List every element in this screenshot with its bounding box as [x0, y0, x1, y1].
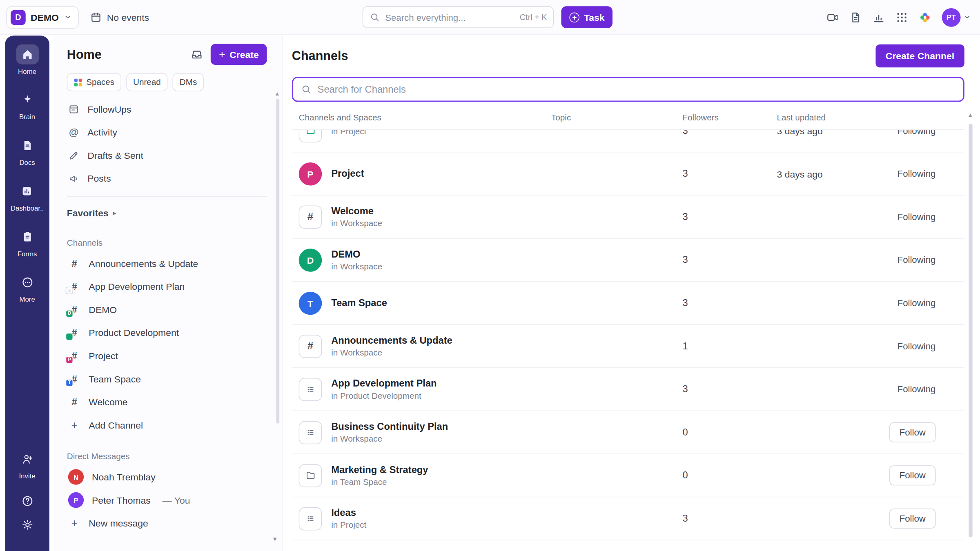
sidebar-channel-team-space[interactable]: #T Team Space [67, 367, 267, 391]
forms-icon [16, 227, 38, 247]
table-row[interactable]: Ideas in Project 3 Follow [292, 497, 964, 540]
channel-avatar: D [299, 248, 322, 271]
rail-item-invite[interactable]: Invite [16, 449, 38, 480]
sidebar-item-followups[interactable]: FollowUps [67, 98, 267, 121]
rail-label: Brain [19, 113, 35, 120]
sidebar-channels: # Announcements & Update #≡ App Developm… [67, 252, 267, 437]
favorites-toggle[interactable]: Favorites ▸ [67, 202, 116, 223]
channel-search[interactable] [292, 77, 964, 102]
rail-label: Home [18, 67, 36, 75]
channel-location: in Product Development [331, 391, 437, 400]
global-search[interactable]: Ctrl + K [363, 6, 554, 28]
sidebar-item-posts[interactable]: Posts [67, 167, 267, 190]
reports-button[interactable] [873, 11, 885, 24]
new-message-button[interactable]: + New message [67, 512, 267, 535]
create-button[interactable]: + Create [211, 44, 267, 65]
main-scrollbar[interactable] [969, 124, 972, 537]
follow-button[interactable]: Follow [889, 465, 935, 485]
sidebar-shortcuts: FollowUps @ Activity Drafts & Sent Posts [67, 98, 267, 190]
rail-item-forms[interactable]: Forms [16, 227, 38, 258]
table-row[interactable]: T Team Space 3 Following [292, 282, 964, 325]
video-call-button[interactable] [826, 11, 839, 24]
sidebar-channel-app-development-plan[interactable]: #≡ App Development Plan [67, 275, 267, 298]
sidebar-channel-project[interactable]: #P Project [67, 344, 267, 367]
following-button[interactable]: Following [898, 130, 936, 136]
chip-unread[interactable]: Unread [126, 73, 167, 91]
main-scroll-up-icon[interactable]: ▲ [967, 112, 973, 118]
add-channel-button[interactable]: + Add Channel [67, 413, 267, 437]
hash-icon: # [299, 335, 322, 358]
sidebar-channel-announcements-update[interactable]: # Announcements & Update [67, 252, 267, 275]
chip-spaces[interactable]: Spaces [67, 73, 121, 91]
help-icon [21, 495, 33, 507]
at-sign-icon: @ [68, 127, 80, 138]
column-header-followers: Followers [682, 113, 777, 122]
plus-circle-icon: + [570, 12, 579, 22]
table-row[interactable]: P Project 3 3 days ago Following [292, 152, 964, 196]
user-avatar: PT [942, 8, 961, 27]
table-row[interactable]: # Announcements & Update in Workspace 1 … [292, 325, 964, 368]
sidebar-scroll-up-icon[interactable]: ▲ [274, 91, 280, 97]
table-row[interactable]: App Development Plan in Product Developm… [292, 368, 964, 411]
following-button[interactable]: Following [898, 298, 936, 308]
pinwheel-icon [919, 11, 931, 24]
events-button[interactable]: No events [90, 11, 149, 23]
rail-item-more[interactable]: More [16, 272, 38, 303]
inbox-button[interactable] [191, 48, 203, 61]
dm-peter-thomas[interactable]: P Peter Thomas — You [67, 489, 267, 512]
dm-noah-tremblay[interactable]: N Noah Tremblay [67, 465, 267, 489]
apps-button[interactable] [895, 11, 908, 24]
table-row[interactable]: Marketing & Strategy in Team Space 0 Fol… [292, 454, 964, 498]
table-row[interactable]: D DEMO in Workspace 3 Following [292, 239, 964, 282]
integrations-button[interactable] [919, 11, 931, 24]
rail-item-docs[interactable]: Docs [16, 136, 38, 166]
settings-button[interactable] [21, 518, 33, 531]
sidebar-scrollbar[interactable] [276, 99, 280, 424]
global-search-input[interactable] [385, 12, 514, 22]
table-row[interactable]: # Welcome in Workspace 3 Following [292, 196, 964, 239]
task-button[interactable]: + Task [561, 6, 613, 28]
task-button-label: Task [584, 12, 605, 22]
channel-search-input[interactable] [318, 84, 956, 95]
rail-item-brain[interactable]: Brain [16, 90, 38, 120]
notes-button[interactable] [849, 11, 862, 24]
channel-badge: T [66, 379, 73, 386]
followers-count: 0 [682, 427, 777, 438]
rail-item-home[interactable]: Home [16, 44, 38, 75]
followers-count: 1 [682, 340, 777, 352]
table-row[interactable]: in Project 3 3 days ago Following [292, 130, 964, 152]
workspace-selector[interactable]: D DEMO [6, 6, 79, 29]
help-button[interactable] [21, 495, 33, 507]
following-button[interactable]: Following [898, 341, 936, 351]
sidebar-scroll-down-icon[interactable]: ▾ [273, 535, 276, 543]
favorites-label: Favorites [67, 207, 109, 218]
following-button[interactable]: Following [898, 169, 936, 178]
table-row[interactable]: Business Continuity Plan in Workspace 0 … [292, 411, 964, 454]
sidebar-item-drafts-sent[interactable]: Drafts & Sent [67, 144, 267, 167]
sidebar-channel-product-development[interactable]: # Product Development [67, 321, 267, 344]
rail-item-dashboards[interactable]: Dashboar.. [11, 181, 44, 212]
workspace-name: DEMO [31, 12, 59, 22]
sidebar-header: Home + Create [67, 44, 267, 65]
create-channel-button[interactable]: Create Channel [875, 44, 964, 67]
sidebar-channel-welcome[interactable]: # Welcome [67, 391, 267, 414]
channel-location: in Project [331, 130, 366, 136]
sidebar-channel-demo[interactable]: #D DEMO [67, 298, 267, 321]
search-icon [370, 12, 380, 22]
calendar-icon [90, 11, 102, 23]
user-menu[interactable]: PT [942, 8, 971, 27]
sidebar-item-activity[interactable]: @ Activity [67, 120, 267, 144]
topbar: D DEMO No events Ctrl + K + Task [0, 0, 980, 35]
chip-dms[interactable]: DMs [173, 73, 204, 91]
hash-icon: # [299, 205, 322, 229]
hash-icon: #D [68, 304, 81, 315]
following-button[interactable]: Following [898, 384, 936, 394]
pencil-icon [68, 150, 80, 161]
following-button[interactable]: Following [898, 255, 936, 264]
following-button[interactable]: Following [898, 212, 936, 222]
channel-location: in Project [331, 520, 366, 530]
main-content: Channels Create Channel Channels and Spa… [283, 36, 980, 551]
channel-avatar: T [299, 291, 322, 315]
follow-button[interactable]: Follow [889, 509, 935, 529]
follow-button[interactable]: Follow [889, 422, 935, 442]
